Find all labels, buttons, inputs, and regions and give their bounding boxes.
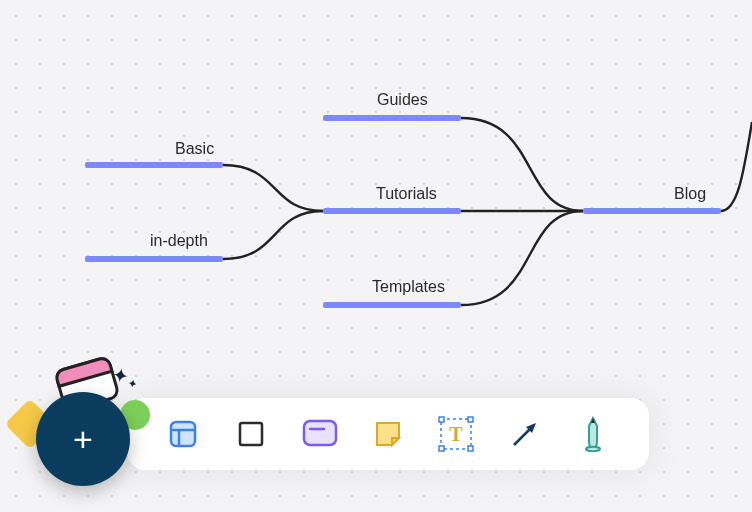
- node-tutorials-label: Tutorials: [376, 185, 437, 203]
- rectangle-icon: [235, 418, 267, 450]
- node-blog-label: Blog: [674, 185, 706, 203]
- layout-icon: [167, 418, 199, 450]
- svg-rect-9: [439, 446, 444, 451]
- arrow-tool[interactable]: [505, 414, 545, 454]
- marker-icon: [580, 416, 606, 452]
- sticky-note-tool[interactable]: [368, 414, 408, 454]
- fab-cluster: ✦ ✦ +: [10, 358, 150, 498]
- node-basic-label: Basic: [175, 140, 214, 158]
- node-blog[interactable]: [583, 208, 721, 214]
- svg-rect-0: [171, 422, 195, 446]
- plus-icon: +: [73, 422, 93, 456]
- layout-template-tool[interactable]: [163, 414, 203, 454]
- mindmap-canvas[interactable]: Basic in-depth Guides Tutorials Template…: [0, 0, 752, 512]
- text-tool[interactable]: T: [436, 414, 476, 454]
- svg-point-14: [586, 447, 600, 451]
- card-tool[interactable]: [300, 414, 340, 454]
- svg-text:T: T: [450, 423, 464, 445]
- node-templates[interactable]: [323, 302, 461, 308]
- bottom-toolbar: T: [127, 398, 649, 470]
- card-icon: [302, 419, 338, 449]
- node-indepth-label: in-depth: [150, 232, 208, 250]
- text-icon: T: [438, 416, 474, 452]
- marker-tool[interactable]: [573, 414, 613, 454]
- sticky-note-icon: [372, 418, 404, 450]
- node-tutorials[interactable]: [323, 208, 461, 214]
- svg-rect-10: [468, 446, 473, 451]
- svg-rect-3: [240, 423, 262, 445]
- shape-rect-tool[interactable]: [231, 414, 271, 454]
- node-guides-label: Guides: [377, 91, 428, 109]
- node-indepth[interactable]: [85, 256, 223, 262]
- sparkle-icon: ✦: [127, 377, 139, 391]
- node-basic[interactable]: [85, 162, 223, 168]
- node-guides[interactable]: [323, 115, 461, 121]
- svg-rect-7: [439, 417, 444, 422]
- add-button[interactable]: +: [36, 392, 130, 486]
- svg-rect-8: [468, 417, 473, 422]
- arrow-icon: [508, 417, 542, 451]
- svg-rect-4: [304, 421, 336, 445]
- node-templates-label: Templates: [372, 278, 445, 296]
